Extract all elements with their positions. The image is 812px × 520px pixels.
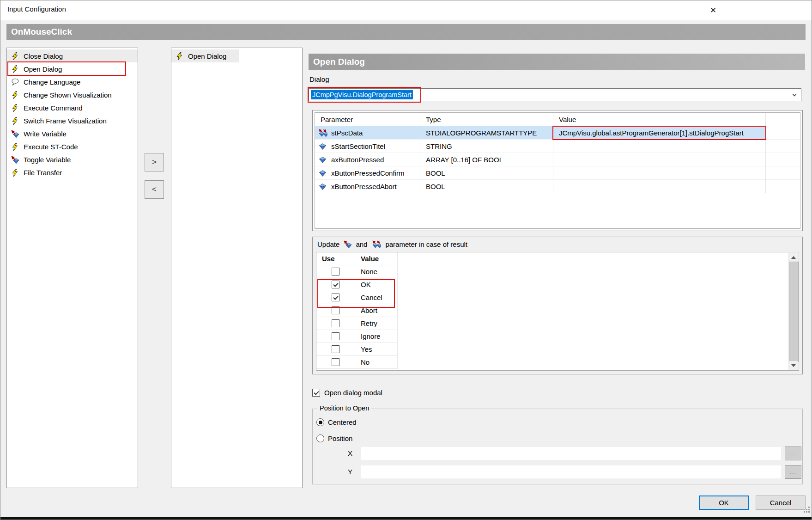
- use-checkbox-ignore[interactable]: [332, 332, 339, 340]
- available-actions-list[interactable]: Close Dialog Open Dialog Change Language…: [6, 48, 138, 488]
- use-checkbox-abort[interactable]: [332, 306, 339, 314]
- y-browse-button[interactable]: ...: [785, 465, 801, 479]
- param-name: axButtonPressed: [331, 156, 384, 164]
- param-cell-type[interactable]: ARRAY [0..16] OF BOOL: [420, 153, 553, 166]
- update-scrollbar[interactable]: [788, 253, 798, 370]
- action-item-switch-frame-visualization[interactable]: Switch Frame Visualization: [7, 114, 138, 127]
- result-row-ok-use[interactable]: [316, 278, 355, 291]
- lightning-icon: [11, 91, 19, 99]
- result-row-abort-value[interactable]: Abort: [355, 304, 398, 317]
- param-cell-name[interactable]: sStartSectionTitel: [315, 140, 420, 153]
- action-item-change-shown-visualization[interactable]: Change Shown Visualization: [7, 88, 138, 101]
- param-cell-value[interactable]: JCmpVisu.global.astProgramGenerator[1].s…: [553, 126, 766, 140]
- param-cell-type[interactable]: STDIALOGPROGRAMSTARTTYPE: [420, 126, 553, 140]
- close-icon[interactable]: ✕: [706, 3, 721, 17]
- result-row-abort-use[interactable]: [316, 304, 355, 317]
- param-cell-name[interactable]: stPscData: [315, 126, 420, 140]
- param-cell-filler: [766, 140, 800, 153]
- param-cell-value[interactable]: [553, 140, 766, 153]
- result-row-ok-value[interactable]: OK: [355, 278, 398, 291]
- ok-button[interactable]: OK: [699, 496, 749, 510]
- add-action-button[interactable]: >: [145, 153, 164, 171]
- use-checkbox-no[interactable]: [332, 358, 339, 366]
- param-cell-type[interactable]: BOOL: [420, 166, 553, 180]
- param-cell-value[interactable]: [553, 153, 766, 166]
- column-header-type[interactable]: Type: [420, 113, 553, 126]
- column-header-filler: [766, 113, 800, 126]
- variable-arrow-icon: [11, 156, 19, 164]
- result-row-retry-value[interactable]: Retry: [355, 317, 398, 330]
- result-row-no-use[interactable]: [316, 356, 355, 369]
- action-item-file-transfer[interactable]: File Transfer: [7, 166, 138, 179]
- x-browse-button[interactable]: ...: [785, 447, 801, 460]
- result-row-ignore-value[interactable]: Ignore: [355, 330, 398, 343]
- lightning-icon: [11, 52, 19, 60]
- centered-radio-row[interactable]: Centered: [316, 418, 357, 426]
- column-header-parameter[interactable]: Parameter: [315, 113, 420, 126]
- action-item-write-variable[interactable]: Write Variable: [7, 127, 138, 140]
- open-dialog-modal-checkbox[interactable]: [312, 389, 320, 397]
- variable-icon: [318, 156, 327, 164]
- result-row-retry-use[interactable]: [316, 317, 355, 330]
- lightning-icon: [11, 117, 19, 125]
- position-radio-row[interactable]: Position: [316, 434, 352, 442]
- result-row-no-value[interactable]: No: [355, 356, 398, 369]
- result-row-cancel-value[interactable]: Cancel: [355, 291, 398, 304]
- action-item-change-language[interactable]: Change Language: [7, 75, 138, 88]
- scroll-up-icon[interactable]: [789, 253, 798, 262]
- dialog-label: Dialog: [309, 75, 329, 83]
- param-cell-value[interactable]: [553, 180, 766, 193]
- result-row-ignore-use[interactable]: [316, 330, 355, 343]
- resize-grip[interactable]: [804, 507, 810, 513]
- configured-actions-list[interactable]: Open Dialog: [171, 48, 303, 488]
- scroll-down-icon[interactable]: [789, 361, 798, 370]
- result-row-none-value[interactable]: None: [355, 265, 398, 278]
- remove-action-button[interactable]: <: [145, 180, 164, 199]
- position-group-title: Position to Open: [317, 404, 371, 412]
- param-cell-filler: [766, 126, 800, 140]
- column-header-value[interactable]: Value: [553, 113, 766, 126]
- scrollbar-thumb[interactable]: [789, 262, 799, 362]
- param-cell-type[interactable]: STRING: [420, 140, 553, 153]
- action-item-execute-st-code[interactable]: Execute ST-Code: [7, 140, 138, 153]
- centered-radio[interactable]: [316, 418, 324, 426]
- column-header-value: Value: [355, 252, 398, 265]
- out-variable-icon: [344, 240, 351, 248]
- result-row-yes-use[interactable]: [316, 343, 355, 356]
- action-item-toggle-variable[interactable]: Toggle Variable: [7, 153, 138, 166]
- modal-checkbox-row[interactable]: Open dialog modal: [312, 389, 382, 397]
- use-checkbox-retry[interactable]: [332, 319, 339, 327]
- x-label: X: [348, 449, 352, 457]
- dialog-combobox[interactable]: JCmpPgVisu.DialogProgramStart: [309, 88, 801, 101]
- use-checkbox-yes[interactable]: [332, 345, 339, 353]
- param-cell-type[interactable]: BOOL: [420, 180, 553, 193]
- result-row-yes-value[interactable]: Yes: [355, 343, 398, 356]
- result-row-none-use[interactable]: [316, 265, 355, 278]
- result-list[interactable]: Use Value None OK Cancel Abort Retry Ign…: [316, 252, 799, 371]
- action-item-close-dialog[interactable]: Close Dialog: [7, 49, 138, 62]
- result-row-cancel-use[interactable]: [316, 291, 355, 304]
- param-cell-name[interactable]: xButtonPressedConfirm: [315, 166, 420, 180]
- param-cell-value[interactable]: [553, 166, 766, 180]
- action-item-open-dialog[interactable]: Open Dialog: [7, 62, 138, 75]
- y-label: Y: [348, 468, 352, 476]
- action-item-label: Execute Command: [24, 104, 83, 112]
- use-checkbox-none[interactable]: [332, 268, 339, 275]
- column-header-use: Use: [316, 252, 355, 265]
- use-checkbox-cancel[interactable]: [332, 294, 339, 301]
- action-item-execute-command[interactable]: Execute Command: [7, 101, 138, 114]
- variable-icon: [318, 142, 327, 150]
- configured-item-open-dialog[interactable]: Open Dialog: [171, 49, 239, 62]
- y-input[interactable]: [361, 465, 781, 478]
- cancel-button[interactable]: Cancel: [756, 496, 806, 510]
- action-item-label: Close Dialog: [24, 52, 63, 60]
- chevron-down-icon[interactable]: [792, 93, 797, 97]
- position-radio-label: Position: [328, 434, 352, 442]
- centered-radio-label: Centered: [328, 418, 357, 426]
- use-checkbox-ok[interactable]: [332, 281, 339, 288]
- position-radio[interactable]: [316, 434, 324, 442]
- update-caption-and: and: [356, 240, 367, 248]
- x-input[interactable]: [361, 447, 781, 460]
- param-cell-name[interactable]: axButtonPressed: [315, 153, 420, 166]
- param-cell-name[interactable]: xButtonPressedAbort: [315, 180, 420, 193]
